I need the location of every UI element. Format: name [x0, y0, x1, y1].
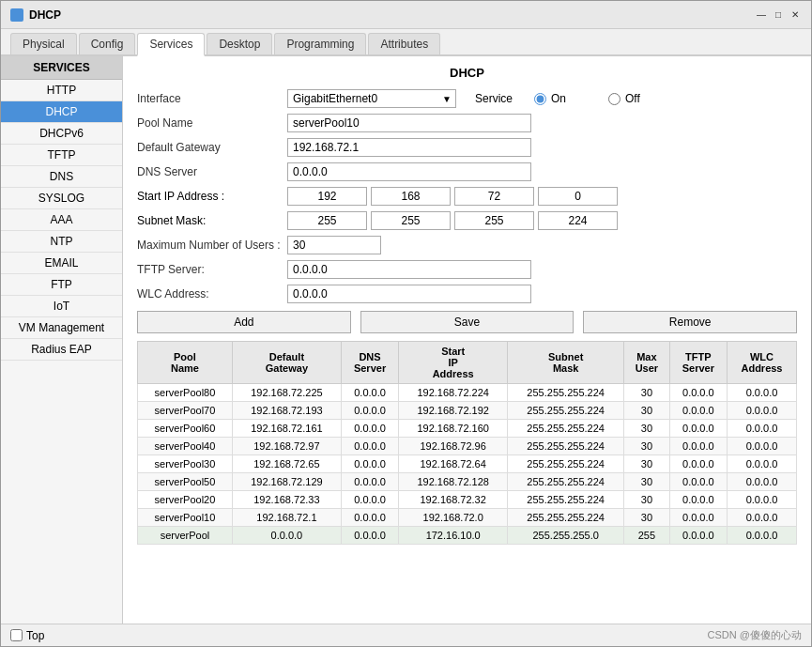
table-row[interactable]: serverPool40192.168.72.970.0.0.0192.168.… [138, 438, 797, 455]
sidebar-item-vm-management[interactable]: VM Management [1, 317, 122, 339]
radio-on-label: On [551, 92, 566, 105]
col-pool-name: PoolName [138, 342, 233, 384]
window-title: DHCP [29, 8, 61, 22]
start-ip-4[interactable] [538, 187, 618, 206]
table-row[interactable]: serverPool70192.168.72.1930.0.0.0192.168… [138, 402, 797, 420]
sidebar-item-syslog[interactable]: SYSLOG [1, 188, 122, 209]
sidebar-item-ftp[interactable]: FTP [1, 274, 122, 296]
cell-7-7: 0.0.0.0 [727, 509, 796, 527]
pool-name-input[interactable] [287, 114, 531, 132]
cell-0-0: serverPool80 [138, 384, 233, 402]
add-button[interactable]: Add [137, 311, 351, 333]
title-bar-left: DHCP [10, 8, 61, 22]
cell-2-2: 0.0.0.0 [341, 420, 398, 438]
sidebar-item-dns[interactable]: DNS [1, 166, 122, 188]
dns-server-input[interactable] [287, 162, 531, 181]
sidebar: SERVICES HTTP DHCP DHCPv6 TFTP DNS SYSLO… [1, 56, 123, 624]
start-ip-2[interactable] [371, 187, 451, 206]
cell-5-0: serverPool50 [138, 473, 233, 491]
start-ip-3[interactable] [454, 187, 534, 206]
cell-2-0: serverPool60 [138, 420, 233, 438]
cell-8-7: 0.0.0.0 [727, 527, 796, 545]
tab-services[interactable]: Services [137, 33, 205, 56]
cell-4-2: 0.0.0.0 [341, 455, 398, 473]
maximize-button[interactable]: □ [772, 8, 785, 22]
col-tftp-server: TFTPServer [669, 342, 727, 384]
subnet-4[interactable] [538, 211, 618, 230]
tab-desktop[interactable]: Desktop [207, 33, 272, 54]
max-users-label: Maximum Number of Users : [137, 239, 287, 252]
cell-5-6: 0.0.0.0 [669, 473, 727, 491]
cell-2-1: 192.168.72.161 [232, 420, 341, 438]
table-row[interactable]: serverPool20192.168.72.330.0.0.0192.168.… [138, 491, 797, 509]
tftp-server-input[interactable] [287, 260, 531, 279]
cell-8-0: serverPool [138, 527, 233, 545]
interface-select[interactable]: GigabitEthernet0 [287, 89, 456, 108]
cell-6-2: 0.0.0.0 [341, 491, 398, 509]
cell-7-3: 192.168.72.0 [399, 509, 508, 527]
cell-0-2: 0.0.0.0 [341, 384, 398, 402]
cell-5-5: 30 [624, 473, 670, 491]
title-bar: DHCP — □ ✕ [1, 1, 811, 29]
tab-attributes[interactable]: Attributes [368, 33, 440, 54]
cell-1-3: 192.168.72.192 [399, 402, 508, 420]
tab-programming[interactable]: Programming [274, 33, 366, 54]
radio-off[interactable] [608, 93, 620, 105]
subnet-mask-row: Subnet Mask: [137, 211, 797, 230]
table-row[interactable]: serverPool50192.168.72.1290.0.0.0192.168… [138, 473, 797, 491]
cell-2-5: 30 [624, 420, 670, 438]
top-checkbox-label: Top [10, 629, 44, 642]
table-row[interactable]: serverPool60192.168.72.1610.0.0.0192.168… [138, 420, 797, 438]
sidebar-item-dhcp[interactable]: DHCP [1, 101, 122, 123]
remove-button[interactable]: Remove [583, 311, 797, 333]
tab-bar: Physical Config Services Desktop Program… [1, 29, 811, 56]
bottom-bar: Top CSDN @傻傻的心动 [1, 624, 811, 646]
cell-3-6: 0.0.0.0 [669, 438, 727, 455]
tab-config[interactable]: Config [79, 33, 136, 54]
tab-physical[interactable]: Physical [10, 33, 77, 54]
sidebar-item-radius-eap[interactable]: Radius EAP [1, 339, 122, 361]
cell-0-1: 192.168.72.225 [232, 384, 341, 402]
radio-on[interactable] [534, 93, 546, 105]
start-ip-1[interactable] [287, 187, 367, 206]
table-row[interactable]: serverPool0.0.0.00.0.0.0172.16.10.0255.2… [138, 527, 797, 545]
cell-4-3: 192.168.72.64 [399, 455, 508, 473]
sidebar-item-tftp[interactable]: TFTP [1, 145, 122, 166]
watermark: CSDN @傻傻的心动 [708, 628, 802, 642]
sidebar-item-ntp[interactable]: NTP [1, 231, 122, 253]
wlc-input[interactable] [287, 285, 531, 303]
col-subnet-mask: SubnetMask [508, 342, 624, 384]
minimize-button[interactable]: — [755, 8, 768, 22]
cell-6-7: 0.0.0.0 [727, 491, 796, 509]
table-row[interactable]: serverPool80192.168.72.2250.0.0.0192.168… [138, 384, 797, 402]
table-row[interactable]: serverPool10192.168.72.10.0.0.0192.168.7… [138, 509, 797, 527]
subnet-2[interactable] [371, 211, 451, 230]
cell-2-3: 192.168.72.160 [399, 420, 508, 438]
close-button[interactable]: ✕ [789, 8, 802, 22]
cell-8-1: 0.0.0.0 [232, 527, 341, 545]
cell-4-4: 255.255.255.224 [508, 455, 624, 473]
top-checkbox[interactable] [10, 629, 23, 641]
table-row[interactable]: serverPool30192.168.72.650.0.0.0192.168.… [138, 455, 797, 473]
subnet-3[interactable] [454, 211, 534, 230]
radio-on-group: On [534, 92, 566, 105]
cell-1-4: 255.255.255.224 [508, 402, 624, 420]
max-users-input[interactable] [287, 236, 381, 254]
cell-8-5: 255 [624, 527, 670, 545]
subnet-1[interactable] [287, 211, 367, 230]
cell-3-2: 0.0.0.0 [341, 438, 398, 455]
sidebar-header: SERVICES [1, 56, 122, 80]
cell-1-7: 0.0.0.0 [727, 402, 796, 420]
pool-name-label: Pool Name [137, 116, 287, 130]
sidebar-item-iot[interactable]: IoT [1, 296, 122, 317]
sidebar-item-aaa[interactable]: AAA [1, 209, 122, 231]
cell-3-5: 30 [624, 438, 670, 455]
save-button[interactable]: Save [360, 311, 575, 333]
cell-3-7: 0.0.0.0 [727, 438, 796, 455]
default-gateway-input[interactable] [287, 138, 531, 157]
app-icon [10, 8, 23, 22]
cell-6-3: 192.168.72.32 [399, 491, 508, 509]
sidebar-item-http[interactable]: HTTP [1, 80, 122, 101]
sidebar-item-dhcpv6[interactable]: DHCPv6 [1, 123, 122, 145]
sidebar-item-email[interactable]: EMAIL [1, 253, 122, 274]
